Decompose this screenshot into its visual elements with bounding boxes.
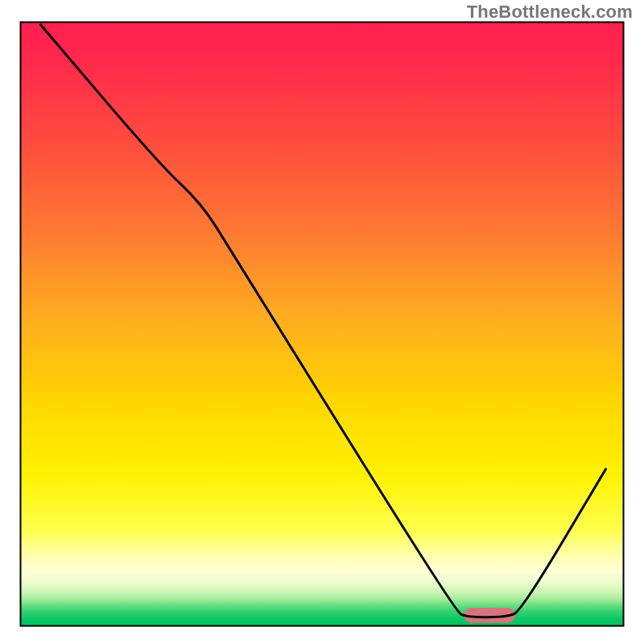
- attribution-watermark: TheBottleneck.com: [467, 2, 633, 23]
- chart-canvas: [0, 0, 644, 644]
- bottleneck-chart: TheBottleneck.com: [0, 0, 644, 644]
